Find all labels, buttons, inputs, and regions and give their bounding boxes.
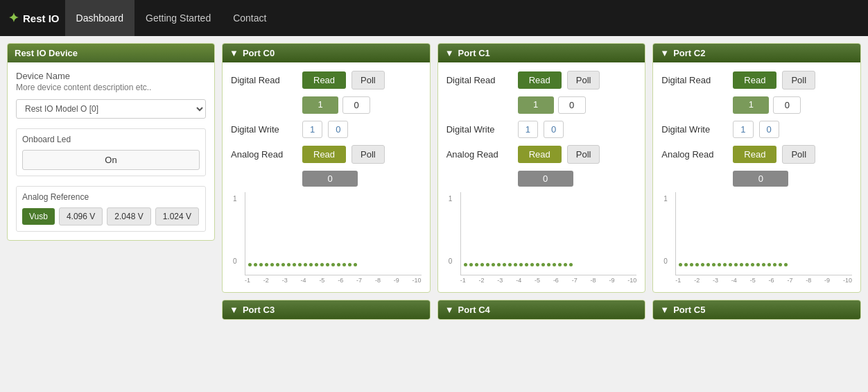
- read-digital-button-C2[interactable]: Read: [733, 71, 776, 89]
- chart-dot: [331, 263, 335, 266]
- chart-y-0-label: 0: [233, 257, 237, 265]
- poll-digital-button-C1[interactable]: Poll: [567, 71, 600, 90]
- brand-label: Rest IO: [23, 12, 60, 24]
- read-digital-button-C1[interactable]: Read: [518, 71, 562, 89]
- vusb-button[interactable]: Vusb: [22, 208, 55, 225]
- port-title-C2: Port C2: [673, 48, 705, 58]
- digital-read-label: Digital Read: [231, 75, 297, 85]
- chart-dot: [745, 263, 749, 266]
- chart-dot: [337, 263, 340, 266]
- analog-value-C2: 0: [733, 171, 788, 187]
- sidebar-card: Rest IO Device Device Name More device c…: [7, 43, 215, 241]
- device-select[interactable]: Rest IO Model O [0]: [16, 99, 206, 119]
- chart-dot: [354, 263, 357, 266]
- chart-dot: [784, 263, 788, 266]
- poll-analog-button-C0[interactable]: Poll: [351, 145, 385, 164]
- chart-x-label: -9: [609, 277, 614, 284]
- poll-analog-button-C1[interactable]: Poll: [567, 145, 600, 164]
- read-analog-button-C0[interactable]: Read: [302, 146, 346, 163]
- poll-analog-button-C2[interactable]: Poll: [782, 145, 815, 164]
- chart-dot: [729, 263, 732, 266]
- chart-dot: [315, 263, 318, 266]
- chart-dot: [718, 263, 721, 266]
- read-analog-button-C1[interactable]: Read: [518, 146, 562, 163]
- chart-dot: [287, 263, 290, 266]
- onboard-led-button[interactable]: On: [22, 150, 200, 170]
- chart-x-label: -9: [394, 277, 399, 284]
- chart-x-label: -10: [413, 277, 422, 284]
- digital-value-1-C1: 1: [518, 96, 554, 114]
- bottom-port-title-2: Port C5: [673, 305, 705, 315]
- chart-dot: [690, 263, 693, 266]
- chart-y-1-label: 1: [449, 195, 453, 203]
- analog-read-row: Analog Read Read Poll: [446, 145, 637, 164]
- chart-dot: [492, 263, 495, 266]
- chart-dot: [514, 263, 517, 266]
- chevron-down-icon: ▼: [229, 48, 238, 58]
- nav-dashboard[interactable]: Dashboard: [65, 0, 135, 36]
- chart-x-label: -8: [591, 277, 596, 284]
- chart-dot: [342, 263, 346, 266]
- analog-read-label: Analog Read: [446, 149, 512, 160]
- nav-contact[interactable]: Contact: [222, 0, 277, 36]
- bottom-port-card-2: ▼ Port C5: [652, 300, 861, 320]
- digital-read-label: Digital Read: [661, 75, 727, 85]
- chart-x-label: -2: [694, 277, 700, 284]
- chart-dot: [508, 263, 512, 266]
- chart-dot: [712, 263, 715, 266]
- chevron-down-icon: ▼: [660, 305, 669, 315]
- chart-dot: [547, 263, 550, 266]
- chart-wrapper-C2: 1 0 -1-2-3-4-5-6-7-8-9-10: [661, 192, 852, 284]
- digital-read-row: Digital Read Read Poll: [231, 71, 422, 90]
- digital-value-row: 1 0: [231, 96, 422, 114]
- analog-value-C0: 0: [302, 171, 358, 187]
- chart-dot: [464, 263, 467, 266]
- poll-digital-button-C0[interactable]: Poll: [351, 71, 385, 90]
- chart-dots: [676, 263, 790, 266]
- chart-x-label: -3: [497, 277, 503, 284]
- chart-dot: [684, 263, 688, 266]
- brand: ✦ Rest IO: [8, 10, 60, 26]
- chart-dot: [706, 263, 710, 266]
- voltage-3-button[interactable]: 1.024 V: [155, 207, 199, 225]
- port-card-C2: ▼ Port C2 Digital Read Read Poll 1 0 Dig…: [652, 43, 861, 293]
- chart-dot: [270, 263, 274, 266]
- chevron-down-icon: ▼: [229, 305, 238, 315]
- sidebar-header: Rest IO Device: [8, 44, 214, 62]
- chart-x-label: -5: [319, 277, 324, 284]
- analog-ref-buttons: Vusb 4.096 V 2.048 V 1.024 V: [22, 207, 200, 225]
- chart-x-label: -1: [460, 277, 466, 284]
- analog-value-row: 0: [446, 171, 637, 187]
- chart-dot: [779, 263, 782, 266]
- port-title-C1: Port C1: [458, 48, 490, 58]
- onboard-led-label: Onboard Led: [22, 135, 200, 144]
- digital-value-0-C2: 0: [773, 96, 801, 114]
- chart-dot: [348, 263, 351, 266]
- analog-read-label: Analog Read: [661, 149, 727, 160]
- chart-dot: [475, 263, 478, 266]
- navbar: ✦ Rest IO Dashboard Getting Started Cont…: [0, 0, 868, 36]
- chart-dot: [558, 263, 562, 266]
- voltage-1-button[interactable]: 4.096 V: [59, 207, 103, 225]
- chart-dot: [530, 263, 534, 266]
- chart-area-C1: 1 0: [460, 192, 637, 275]
- chart-dot: [773, 263, 776, 266]
- chart-dot: [469, 263, 473, 266]
- chart-x-label: -10: [627, 277, 636, 284]
- bottom-ports-row: ▼ Port C3 ▼ Port C4 ▼ Port C5: [222, 300, 861, 320]
- chart-x-label: -2: [479, 277, 485, 284]
- read-analog-button-C2[interactable]: Read: [733, 146, 776, 163]
- digital-value-0-C0: 0: [342, 96, 370, 114]
- chart-x-label: -5: [535, 277, 540, 284]
- write-value-0-C0: 0: [328, 121, 348, 138]
- chart-dot: [767, 263, 771, 266]
- write-value-1-C1: 1: [518, 121, 538, 138]
- voltage-2-button[interactable]: 2.048 V: [107, 207, 150, 225]
- nav-getting-started[interactable]: Getting Started: [134, 0, 222, 36]
- chart-dot: [276, 263, 279, 266]
- chart-dot: [293, 263, 296, 266]
- sidebar-body: Device Name More device content descript…: [8, 62, 214, 240]
- chart-dot: [536, 263, 539, 266]
- poll-digital-button-C2[interactable]: Poll: [782, 71, 815, 90]
- read-digital-button-C0[interactable]: Read: [302, 71, 346, 89]
